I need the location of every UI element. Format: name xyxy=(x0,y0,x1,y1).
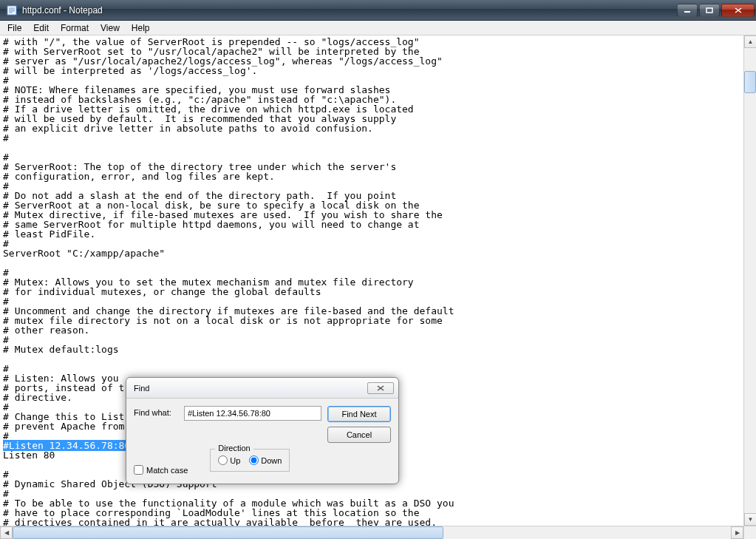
menu-format[interactable]: Format xyxy=(55,21,95,35)
find-what-label: Find what: xyxy=(134,406,178,417)
direction-legend: Direction xyxy=(215,444,253,452)
scroll-right-icon[interactable]: ▶ xyxy=(731,526,743,539)
hscroll-thumb[interactable] xyxy=(13,526,443,539)
svg-rect-0 xyxy=(7,6,16,15)
menu-view[interactable]: View xyxy=(95,21,126,35)
vscroll-track[interactable] xyxy=(744,48,756,513)
selected-text: #Listen 12.34.56.78:80 xyxy=(3,440,130,451)
direction-up-radio[interactable] xyxy=(218,455,228,465)
notepad-icon xyxy=(6,4,18,16)
direction-down-radio[interactable] xyxy=(249,455,259,465)
window-titlebar: httpd.conf - Notepad xyxy=(0,0,756,21)
find-dialog-title: Find xyxy=(134,384,367,393)
match-case-input[interactable] xyxy=(134,465,143,475)
cancel-button[interactable]: Cancel xyxy=(327,427,391,443)
find-dialog-titlebar[interactable]: Find xyxy=(126,378,398,399)
find-what-input[interactable] xyxy=(184,406,321,421)
horizontal-scrollbar[interactable]: ◀ ▶ xyxy=(0,526,743,539)
maximize-button[interactable] xyxy=(699,4,720,17)
scroll-left-icon[interactable]: ◀ xyxy=(0,526,13,539)
vscroll-thumb[interactable] xyxy=(744,71,756,93)
hscroll-track[interactable] xyxy=(13,526,731,539)
find-next-button[interactable]: Find Next xyxy=(327,406,391,422)
window-title: httpd.conf - Notepad xyxy=(22,5,677,16)
match-case-checkbox[interactable]: Match case xyxy=(134,465,188,475)
direction-down-option[interactable]: Down xyxy=(249,455,282,465)
menu-help[interactable]: Help xyxy=(126,21,156,35)
match-case-label: Match case xyxy=(146,466,188,475)
close-button[interactable] xyxy=(721,4,755,17)
menu-edit[interactable]: Edit xyxy=(27,21,55,35)
vertical-scrollbar[interactable]: ▲ ▼ xyxy=(743,35,756,526)
find-dialog-close-button[interactable] xyxy=(367,382,394,394)
scroll-up-icon[interactable]: ▲ xyxy=(744,35,756,48)
scrollbar-corner xyxy=(743,526,756,539)
direction-up-label: Up xyxy=(230,456,240,465)
window-controls xyxy=(677,4,755,17)
menu-file[interactable]: File xyxy=(1,21,27,35)
direction-up-option[interactable]: Up xyxy=(218,455,240,465)
direction-group: Direction Up Down xyxy=(210,449,290,472)
menubar: File Edit Format View Help xyxy=(0,21,756,35)
minimize-button[interactable] xyxy=(677,4,698,17)
direction-down-label: Down xyxy=(261,456,282,465)
svg-rect-6 xyxy=(706,8,712,13)
scroll-down-icon[interactable]: ▼ xyxy=(744,513,756,526)
find-dialog: Find Find what: Find Next Cancel Match c… xyxy=(126,377,399,484)
